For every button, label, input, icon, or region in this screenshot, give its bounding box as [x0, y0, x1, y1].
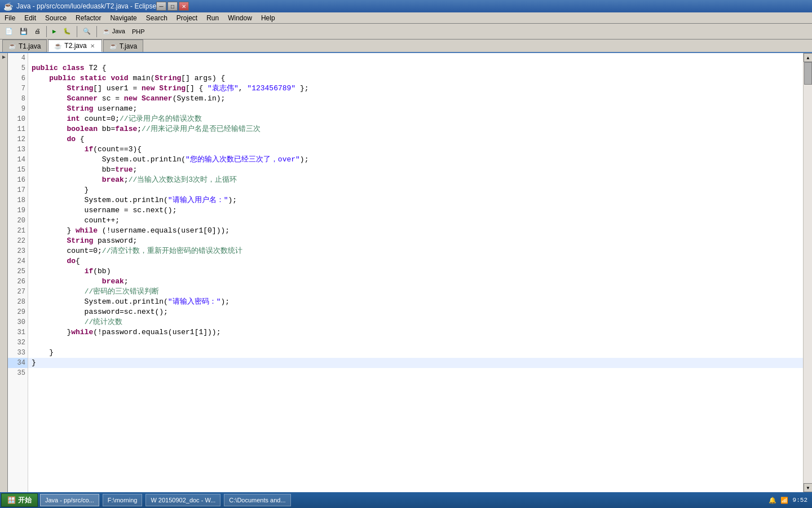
code-line-12: do {: [28, 134, 803, 144]
scroll-down-button[interactable]: ▼: [804, 483, 812, 492]
line-num-11: 11: [8, 124, 28, 134]
line-num-28: 28: [8, 297, 28, 307]
code-line-27: //密码的三次错误判断: [28, 287, 803, 297]
tab-icon-2: ☕: [109, 42, 117, 50]
code-line-34: }: [28, 358, 803, 368]
debug-button[interactable]: 🐛: [60, 25, 74, 38]
title-bar: ☕ Java - pp/src/com/luo/eduask/T2.java -…: [0, 0, 812, 12]
close-button[interactable]: ✕: [179, 2, 189, 11]
bookmark-bar: ▶: [0, 53, 8, 492]
code-line-7: String[] user1 = new String[] { "袁志伟", "…: [28, 84, 803, 94]
taskbar-item-1[interactable]: F:\morning: [103, 494, 143, 506]
line-num-35: 35: [8, 368, 28, 378]
line-num-21: 21: [8, 226, 28, 236]
java-perspective[interactable]: ☕ Java: [100, 25, 128, 38]
code-line-23: count=0;//清空计数，重新开始密码的错误次数统计: [28, 246, 803, 256]
taskbar-items: Java - pp/src/co...F:\morningW 20150902_…: [39, 493, 292, 507]
line-num-34: 34: [8, 358, 28, 368]
taskbar-item-3[interactable]: C:\Documents and...: [224, 494, 290, 506]
line-num-25: 25: [8, 266, 28, 277]
line-num-22: 22: [8, 236, 28, 246]
code-line-16: break;//当输入次数达到3次时，止循环: [28, 175, 803, 185]
line-num-9: 9: [8, 104, 28, 114]
run-button[interactable]: ▶: [50, 25, 59, 38]
scroll-thumb[interactable]: [804, 62, 812, 85]
code-line-31: }while(!password.equals(user1[1]));: [28, 327, 803, 338]
line-num-13: 13: [8, 144, 28, 155]
line-num-27: 27: [8, 287, 28, 297]
code-line-30: //统计次数: [28, 317, 803, 327]
line-num-18: 18: [8, 195, 28, 205]
tab-icon-0: ☕: [8, 42, 16, 50]
menu-item-file[interactable]: File: [0, 13, 20, 23]
code-line-33: }: [28, 348, 803, 358]
new-button[interactable]: 📄: [2, 25, 16, 38]
code-line-28: System.out.println("请输入密码：");: [28, 297, 803, 307]
menu-item-refactor[interactable]: Refactor: [71, 13, 105, 23]
taskbar-item-0[interactable]: Java - pp/src/co...: [40, 494, 99, 506]
tab-T2-java[interactable]: ☕T2.java✕: [48, 40, 102, 52]
menu-item-navigate[interactable]: Navigate: [105, 13, 141, 23]
code-line-13: if(count==3){: [28, 144, 803, 155]
menu-item-search[interactable]: Search: [142, 13, 172, 23]
print-button[interactable]: 🖨: [32, 25, 43, 38]
search-button[interactable]: 🔍: [80, 25, 94, 38]
code-line-21: } while (!username.equals(user1[0]));: [28, 226, 803, 236]
menu-item-project[interactable]: Project: [172, 13, 202, 23]
taskbar-right: 🔔 📶 9:52: [769, 497, 812, 504]
maximize-button[interactable]: □: [167, 2, 178, 11]
toolbar: 📄 💾 🖨 ▶ 🐛 🔍 ☕ Java PHP: [0, 24, 812, 40]
line-num-5: 5: [8, 63, 28, 73]
code-area[interactable]: public class T2 { public static void mai…: [28, 53, 803, 492]
line-num-23: 23: [8, 246, 28, 256]
code-line-15: bb=true;: [28, 165, 803, 175]
code-line-24: do{: [28, 256, 803, 266]
line-num-15: 15: [8, 165, 28, 175]
line-num-32: 32: [8, 338, 28, 348]
code-line-8: Scanner sc = new Scanner(System.in);: [28, 94, 803, 104]
menu-item-window[interactable]: Window: [223, 13, 257, 23]
tab-bar: ☕T1.java☕T2.java✕☕T.java: [0, 40, 812, 53]
scrollbar[interactable]: ▲ ▼: [803, 53, 812, 492]
menu-item-run[interactable]: Run: [202, 13, 223, 23]
minimize-button[interactable]: ─: [156, 2, 166, 11]
php-perspective[interactable]: PHP: [129, 25, 148, 38]
start-label: 开始: [18, 496, 32, 505]
bookmark-icon-1: ▶: [0, 53, 8, 61]
line-num-10: 10: [8, 114, 28, 124]
menu-item-source[interactable]: Source: [41, 13, 71, 23]
line-num-7: 7: [8, 84, 28, 94]
code-line-6: public static void main(String[] args) {: [28, 73, 803, 84]
tab-label-2: T.java: [120, 42, 137, 50]
code-line-19: username = sc.next();: [28, 205, 803, 216]
code-line-4: [28, 53, 803, 63]
toolbar-sep-3: [96, 26, 97, 37]
taskbar-time: 9:52: [793, 497, 807, 503]
tab-label-0: T1.java: [19, 42, 41, 50]
code-line-18: System.out.println("请输入用户名：");: [28, 195, 803, 205]
tab-icon-1: ☕: [54, 42, 62, 50]
tab-T-java[interactable]: ☕T.java: [103, 40, 143, 52]
tab-close-1[interactable]: ✕: [89, 42, 96, 49]
menu-item-help[interactable]: Help: [257, 13, 280, 23]
scroll-up-button[interactable]: ▲: [804, 53, 812, 62]
line-num-30: 30: [8, 317, 28, 327]
menu-bar: FileEditSourceRefactorNavigateSearchProj…: [0, 12, 812, 24]
taskbar-item-2[interactable]: W 20150902_doc - W...: [145, 494, 220, 506]
menu-item-edit[interactable]: Edit: [20, 13, 41, 23]
code-line-20: count++;: [28, 216, 803, 226]
scroll-track[interactable]: [804, 62, 812, 483]
tab-T1-java[interactable]: ☕T1.java: [2, 40, 47, 52]
line-num-12: 12: [8, 134, 28, 144]
save-button[interactable]: 💾: [17, 25, 30, 38]
line-num-19: 19: [8, 205, 28, 216]
line-num-24: 24: [8, 256, 28, 266]
line-num-29: 29: [8, 307, 28, 317]
code-line-5: public class T2 {: [28, 63, 803, 73]
line-num-33: 33: [8, 348, 28, 358]
taskbar: 🪟 开始 Java - pp/src/co...F:\morningW 2015…: [0, 492, 812, 508]
start-button[interactable]: 🪟 开始: [1, 493, 38, 507]
toolbar-sep-1: [46, 26, 47, 37]
code-line-9: String username;: [28, 104, 803, 114]
tab-label-1: T2.java: [64, 42, 86, 50]
